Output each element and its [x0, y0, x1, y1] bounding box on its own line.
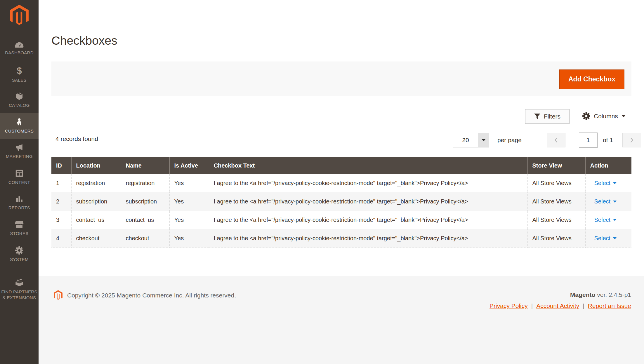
column-header-id[interactable]: ID	[51, 157, 71, 174]
sidebar-item-content[interactable]: CONTENT	[0, 164, 39, 190]
cell-store-view: All Store Views	[527, 192, 585, 211]
bar-chart-icon	[15, 195, 23, 203]
cell-checkbox-text: I agree to the <a href="/privacy-policy-…	[209, 211, 527, 229]
table-row: 1 registration registration Yes I agree …	[51, 174, 631, 192]
per-page-select[interactable]: 20	[453, 133, 489, 147]
cell-checkbox-text: I agree to the <a href="/privacy-policy-…	[209, 229, 527, 248]
brick-icon	[15, 279, 24, 287]
row-select-action[interactable]: Select	[590, 217, 617, 223]
sidebar-item-label: SALES	[11, 77, 28, 83]
select-action-label: Select	[594, 198, 611, 205]
sidebar-item-dashboard[interactable]: DASHBOARD	[0, 36, 39, 62]
cell-location: checkout	[71, 229, 121, 248]
page-actions-toolbar: Add Checkbox	[51, 62, 631, 96]
cell-location: contact_us	[71, 211, 121, 229]
main-content: Checkboxes Add Checkbox Filters Col	[39, 0, 644, 364]
columns-control[interactable]: Columns	[582, 112, 626, 120]
chevron-down-icon	[482, 139, 486, 141]
filters-button-label: Filters	[544, 113, 560, 120]
previous-page-button[interactable]	[547, 133, 565, 147]
account-activity-link[interactable]: Account Activity	[536, 302, 579, 309]
version-text: ver. 2.4.5-p1	[595, 291, 631, 298]
current-page-input[interactable]	[579, 133, 598, 148]
dollar-icon: $	[17, 66, 22, 75]
row-select-action[interactable]: Select	[590, 198, 617, 205]
column-header-is-active[interactable]: Is Active	[169, 157, 209, 174]
sidebar-item-find-partners[interactable]: FIND PARTNERS & EXTENSIONS	[0, 273, 39, 306]
link-separator: |	[531, 302, 533, 309]
link-separator: |	[583, 302, 584, 309]
per-page-arrow	[478, 133, 489, 147]
column-header-checkbox-text[interactable]: Checkbox Text	[209, 157, 527, 174]
sidebar-item-label: CONTENT	[7, 180, 32, 185]
sidebar-item-label: CATALOG	[8, 102, 31, 108]
report-an-issue-link[interactable]: Report an Issue	[588, 302, 631, 309]
layout-icon	[15, 169, 23, 177]
cell-name: checkout	[121, 229, 169, 248]
cell-is-active: Yes	[169, 192, 209, 211]
version-line: Magento ver. 2.4.5-p1	[489, 291, 631, 298]
checkboxes-grid: ID Location Name Is Active Checkbox Text…	[51, 157, 631, 248]
add-checkbox-button[interactable]: Add Checkbox	[559, 69, 624, 89]
cell-store-view: All Store Views	[527, 229, 585, 248]
chevron-down-icon	[622, 115, 626, 117]
version-brand: Magento	[570, 291, 595, 298]
cell-location: registration	[71, 174, 121, 192]
package-icon	[15, 92, 23, 100]
table-header-row: ID Location Name Is Active Checkbox Text…	[51, 157, 631, 174]
table-row: 2 subscription subscription Yes I agree …	[51, 192, 631, 211]
sidebar-item-label: CUSTOMERS	[4, 128, 35, 134]
cell-checkbox-text: I agree to the <a href="/privacy-policy-…	[209, 192, 527, 211]
cell-action: Select	[585, 229, 631, 248]
cell-checkbox-text: I agree to the <a href="/privacy-policy-…	[209, 174, 527, 192]
sidebar-menu: DASHBOARD $ SALES CATALOG CUSTOMERS	[0, 36, 39, 306]
sidebar-item-reports[interactable]: REPORTS	[0, 190, 39, 216]
chevron-right-icon	[630, 137, 634, 143]
per-page-value: 20	[453, 133, 478, 147]
next-page-button[interactable]	[622, 133, 641, 147]
megaphone-icon	[15, 144, 23, 151]
person-icon	[16, 118, 23, 126]
cell-name: contact_us	[121, 211, 169, 229]
chevron-down-icon	[613, 237, 617, 239]
dashboard-icon	[15, 42, 24, 48]
magento-logo[interactable]	[0, 0, 39, 34]
gear-icon	[582, 112, 590, 120]
cell-name: subscription	[121, 192, 169, 211]
row-select-action[interactable]: Select	[590, 180, 617, 187]
cell-id: 4	[51, 229, 71, 248]
cell-name: registration	[121, 174, 169, 192]
sidebar-divider	[6, 270, 32, 270]
sidebar-item-label: FIND PARTNERS & EXTENSIONS	[0, 289, 39, 300]
footer-copyright-block: Copyright © 2025 Magento Commerce Inc. A…	[54, 290, 236, 300]
column-header-name[interactable]: Name	[121, 157, 169, 174]
cell-is-active: Yes	[169, 229, 209, 248]
chevron-down-icon	[613, 201, 617, 203]
column-header-action[interactable]: Action	[585, 157, 631, 174]
sidebar-item-marketing[interactable]: MARKETING	[0, 139, 39, 164]
magento-logo-icon	[54, 290, 63, 300]
filter-funnel-icon	[534, 114, 540, 119]
sidebar-item-catalog[interactable]: CATALOG	[0, 87, 39, 113]
footer-links: Privacy Policy | Account Activity | Repo…	[489, 302, 631, 309]
page-title: Checkboxes	[51, 34, 117, 48]
per-page-label: per page	[497, 137, 522, 144]
sidebar-item-sales[interactable]: $ SALES	[0, 62, 39, 87]
sidebar-item-customers[interactable]: CUSTOMERS	[0, 113, 39, 139]
cell-store-view: All Store Views	[527, 211, 585, 229]
select-action-label: Select	[594, 217, 611, 223]
privacy-policy-link[interactable]: Privacy Policy	[489, 302, 528, 309]
column-header-store-view[interactable]: Store View	[527, 157, 585, 174]
cell-action: Select	[585, 174, 631, 192]
row-select-action[interactable]: Select	[590, 235, 617, 242]
column-header-location[interactable]: Location	[71, 157, 121, 174]
copyright-text: Copyright © 2025 Magento Commerce Inc. A…	[67, 292, 236, 299]
sidebar-item-system[interactable]: SYSTEM	[0, 241, 39, 267]
sidebar-item-label: SYSTEM	[9, 257, 29, 262]
cell-location: subscription	[71, 192, 121, 211]
columns-control-label: Columns	[594, 113, 618, 120]
pagination: 20 per page of 1	[453, 133, 641, 147]
filters-button[interactable]: Filters	[525, 109, 570, 124]
table-row: 3 contact_us contact_us Yes I agree to t…	[51, 211, 631, 229]
sidebar-item-stores[interactable]: STORES	[0, 216, 39, 241]
